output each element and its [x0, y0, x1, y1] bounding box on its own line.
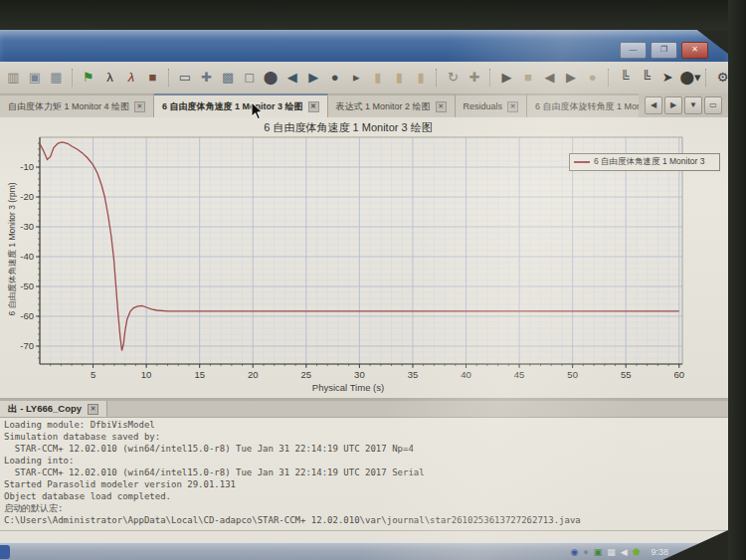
- tray-network-icon[interactable]: ▦: [607, 543, 616, 560]
- pan-icon[interactable]: ✚: [466, 68, 484, 88]
- gear-icon[interactable]: ⚙: [713, 68, 728, 88]
- console-body[interactable]: Loading module: DfbiVisModelSimulation d…: [4, 419, 720, 530]
- chart-a-icon[interactable]: ╚: [616, 68, 635, 88]
- console-tab[interactable]: 出 - LY666_Copy ✕: [0, 401, 107, 417]
- svg-text:45: 45: [514, 369, 525, 380]
- step-forward-icon[interactable]: ▶: [562, 68, 581, 88]
- fit-view-icon[interactable]: ✚: [197, 68, 216, 88]
- plot-tab-4[interactable]: Residuals✕: [456, 93, 528, 117]
- grid-icon[interactable]: ▦: [47, 68, 66, 88]
- cubes-icon[interactable]: ▣: [26, 68, 45, 88]
- minimize-button[interactable]: —: [620, 42, 647, 59]
- svg-text:-30: -30: [20, 221, 34, 232]
- tray-messenger-icon[interactable]: ◉: [570, 543, 578, 560]
- svg-text:40: 40: [461, 369, 471, 380]
- sphere-icon[interactable]: ●: [326, 68, 345, 88]
- tab-label: Residuals: [464, 101, 503, 111]
- flag-icon[interactable]: ⚑: [80, 68, 98, 88]
- rotate-icon[interactable]: ↻: [444, 68, 463, 88]
- window-titlebar: —❐✕: [0, 30, 728, 62]
- console-line: Loading into:: [4, 455, 720, 467]
- svg-text:-60: -60: [20, 310, 34, 321]
- svg-text:35: 35: [408, 369, 419, 380]
- tab-scroll-controls: ◀▶▼▭: [639, 93, 728, 117]
- photo-stage: —❐✕ ▥▣▦⚑λλ■▭✚▩◻⬤◀▶●▸▮▮▮↻✚▶■◀▶●╚╚➤⬤▾⚙ 自由度…: [0, 0, 746, 560]
- laptop-bezel-right: [728, 0, 746, 560]
- legend: 6 自由度体角速度 1 Monitor 3: [569, 153, 720, 171]
- output-console: 出 - LY666_Copy ✕ Loading module: DfbiVis…: [0, 401, 728, 542]
- shapes-dropdown-icon[interactable]: ⬤▾: [679, 68, 699, 88]
- tab-close-icon[interactable]: ✕: [308, 101, 319, 112]
- svg-text:-50: -50: [20, 280, 34, 291]
- walk-person-icon[interactable]: λ: [100, 68, 119, 88]
- arrow-right-icon[interactable]: ▶: [304, 68, 323, 88]
- solid-square-icon[interactable]: ■: [143, 68, 162, 88]
- step-back-icon[interactable]: ◀: [540, 68, 559, 88]
- toolbar: ▥▣▦⚑λλ■▭✚▩◻⬤◀▶●▸▮▮▮↻✚▶■◀▶●╚╚➤⬤▾⚙: [0, 62, 728, 94]
- tab-maximize-icon[interactable]: ▭: [704, 96, 722, 114]
- tray-shield-icon[interactable]: ⬟: [633, 543, 641, 560]
- svg-text:30: 30: [354, 369, 365, 380]
- restore-button[interactable]: ❐: [651, 42, 677, 59]
- tab-scroll-right-icon[interactable]: ▶: [664, 96, 682, 114]
- run-person-icon[interactable]: λ: [122, 68, 141, 88]
- plane-y-icon[interactable]: ▮: [390, 68, 409, 88]
- toolbar-divider: [168, 69, 170, 87]
- svg-text:20: 20: [248, 369, 259, 380]
- taskbar-start-fragment[interactable]: [0, 545, 10, 559]
- plot-tab-5[interactable]: 6 自由度体旋转角度 1 Monitor 3 绘图✕: [527, 93, 639, 117]
- tab-close-icon[interactable]: ✕: [436, 101, 447, 112]
- plane-x-icon[interactable]: ▮: [369, 68, 388, 88]
- plot-tab-3[interactable]: 表达式 1 Monitor 2 绘图✕: [328, 93, 456, 117]
- scene-icon[interactable]: ▭: [176, 68, 195, 88]
- toolbar-divider: [705, 69, 707, 87]
- chart-b-icon[interactable]: ╚: [637, 68, 655, 88]
- toolbar-divider: [489, 69, 491, 87]
- pointer-icon[interactable]: ➤: [658, 68, 677, 88]
- x-axis-label: Physical Time (s): [0, 382, 696, 393]
- tabs-container: 自由度体力矩 1 Monitor 4 绘图✕6 自由度体角速度 1 Monito…: [0, 93, 639, 117]
- stop-icon[interactable]: ■: [519, 68, 538, 88]
- tab-label: 6 自由度体角速度 1 Monitor 3 绘图: [162, 100, 303, 113]
- tray-volume-icon[interactable]: ◀: [621, 543, 628, 560]
- tab-close-icon[interactable]: ✕: [507, 101, 518, 112]
- tab-scroll-left-icon[interactable]: ◀: [645, 96, 662, 114]
- svg-text:55: 55: [621, 369, 632, 380]
- svg-text:60: 60: [673, 369, 684, 380]
- taskbar: ◉●▣▦◀⬟ 9:38: [0, 542, 728, 560]
- plane-z-icon[interactable]: ▮: [412, 68, 431, 88]
- save-icon[interactable]: ▥: [4, 68, 23, 88]
- svg-text:-20: -20: [20, 191, 34, 202]
- svg-text:50: 50: [567, 369, 578, 380]
- tab-list-dropdown-icon[interactable]: ▼: [684, 96, 702, 114]
- console-tab-close-icon[interactable]: ✕: [88, 404, 98, 415]
- system-tray: ◉●▣▦◀⬟ 9:38: [570, 543, 668, 560]
- plot-tab-2[interactable]: 6 自由度体角速度 1 Monitor 3 绘图✕: [154, 93, 328, 117]
- console-line: STAR-CCM+ 12.02.010 (win64/intel15.0-r8)…: [4, 467, 720, 478]
- legend-line-sample: [574, 161, 590, 163]
- chart-panel: 6 自由度体角速度 1 Monitor 3 绘图 510152025303540…: [0, 117, 728, 398]
- console-tab-label: 出 - LY666_Copy: [8, 403, 82, 416]
- window-controls: —❐✕: [620, 42, 708, 59]
- svg-text:-40: -40: [20, 251, 34, 262]
- taskbar-clock[interactable]: 9:38: [651, 547, 668, 557]
- console-line: Simulation database saved by:: [4, 431, 720, 443]
- close-button[interactable]: ✕: [681, 42, 708, 59]
- svg-text:15: 15: [194, 369, 205, 380]
- pick-icon[interactable]: ▸: [347, 68, 366, 88]
- record-icon[interactable]: ●: [583, 68, 602, 88]
- texture-icon[interactable]: ▩: [219, 68, 238, 88]
- tab-close-icon[interactable]: ✕: [134, 101, 145, 112]
- plot-tab-1[interactable]: 自由度体力矩 1 Monitor 4 绘图✕: [0, 93, 154, 117]
- tray-safety-icon[interactable]: ▣: [594, 543, 603, 560]
- arrow-left-icon[interactable]: ◀: [282, 68, 301, 88]
- svg-text:5: 5: [91, 369, 95, 380]
- blob-icon[interactable]: ⬤: [262, 68, 280, 88]
- console-line: Object database load completed.: [4, 490, 720, 502]
- tray-update-icon[interactable]: ●: [583, 543, 588, 560]
- toolbar-divider: [72, 69, 74, 87]
- select-icon[interactable]: ◻: [240, 68, 259, 88]
- console-line: STAR-CCM+ 12.02.010 (win64/intel15.0-r8)…: [4, 443, 720, 455]
- play-icon[interactable]: ▶: [497, 68, 516, 88]
- legend-label: 6 自由度体角速度 1 Monitor 3: [594, 156, 704, 168]
